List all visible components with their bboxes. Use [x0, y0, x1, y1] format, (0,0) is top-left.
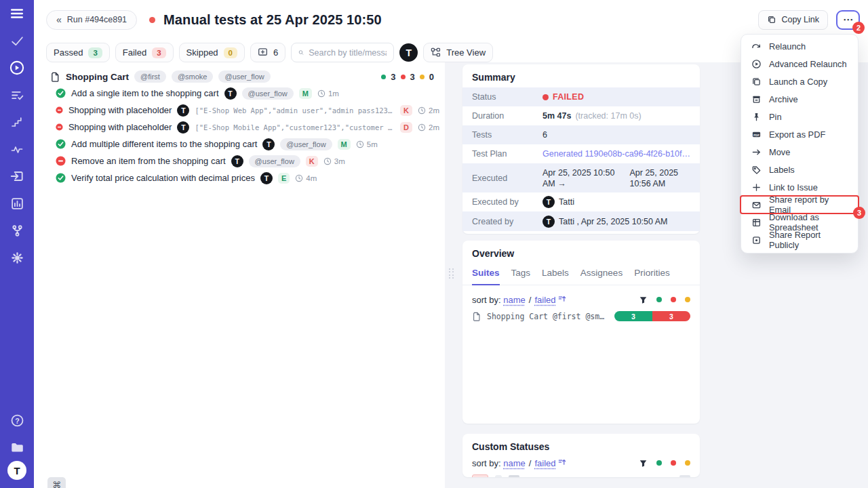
- test-tag[interactable]: @user_flow: [242, 87, 294, 100]
- passed-label: Passed: [54, 47, 83, 58]
- test-row[interactable]: Shopping with placeholder T ["E-Shop Mob…: [50, 119, 439, 136]
- filter-funnel-icon[interactable]: [639, 296, 648, 304]
- menu-item-advanced-relaunch[interactable]: Advanced Relaunch: [741, 55, 858, 73]
- sort-ascending-icon[interactable]: [555, 294, 566, 305]
- passed-filter-dot[interactable]: [656, 460, 662, 466]
- sidebar-item-settings[interactable]: [0, 244, 34, 271]
- command-key-shortcut[interactable]: ⌘: [47, 477, 66, 488]
- sort-by-failed-link[interactable]: failed: [534, 295, 555, 305]
- test-row[interactable]: Verify total price calculation with deci…: [50, 169, 439, 186]
- failed-bar-segment: 3: [652, 311, 690, 321]
- assignee-avatar: T: [260, 172, 273, 184]
- sort-by-name-link[interactable]: name: [503, 458, 526, 468]
- passed-filter-dot[interactable]: [656, 297, 662, 302]
- clock-icon: [418, 123, 426, 131]
- sidebar-item-analytics[interactable]: [0, 190, 34, 217]
- filter-failed-button[interactable]: Failed 3: [115, 43, 174, 62]
- sidebar-item-branches[interactable]: [0, 217, 34, 244]
- sidebar-item-steps[interactable]: [0, 108, 34, 136]
- search-input[interactable]: [309, 48, 387, 58]
- user-avatar: T: [542, 196, 555, 208]
- skipped-filter-dot[interactable]: [685, 460, 690, 466]
- sidebar-item-projects[interactable]: [0, 434, 34, 461]
- menu-item-pin[interactable]: Pin: [741, 108, 858, 125]
- menu-item-share-report-by-email[interactable]: Share report by Email 3: [741, 196, 858, 214]
- sidebar-item-test-plans[interactable]: [0, 81, 34, 108]
- overview-card: Overview Suites Tags Labels Assignees Pr…: [462, 241, 700, 424]
- panel-resize-handle[interactable]: [448, 266, 454, 281]
- menu-item-export-as-pdf[interactable]: PDF Export as PDF: [741, 125, 858, 143]
- app-logo-avatar[interactable]: T: [399, 43, 418, 62]
- filter-skipped-button[interactable]: Skipped 0: [179, 43, 245, 62]
- comments-filter-button[interactable]: 6: [250, 43, 285, 62]
- menu-item-archive[interactable]: Archive: [741, 90, 858, 108]
- steps-icon: [10, 115, 24, 129]
- suite-passed-count: 3: [391, 72, 395, 82]
- status-badge: FAILED: [542, 92, 584, 102]
- summary-row-created-by: Created by TTatti , Apr 25, 2025 10:50 A…: [462, 211, 700, 231]
- sidebar-item-import[interactable]: [0, 163, 34, 190]
- test-list-panel: Shopping Cart @first @smoke @user_flow 3…: [34, 64, 445, 488]
- user-logo-avatar[interactable]: T: [7, 461, 26, 480]
- sidebar-item-runs[interactable]: [0, 54, 34, 81]
- menu-item-relaunch[interactable]: Relaunch: [741, 37, 858, 55]
- play-circle-icon: [751, 59, 762, 69]
- test-title: Shopping with placeholder: [68, 105, 172, 115]
- overview-suite-name: Shopping Cart @first @smoke …: [487, 312, 609, 321]
- sort-by-failed-link[interactable]: failed: [534, 458, 555, 468]
- sort-by-name-link[interactable]: name: [503, 295, 526, 305]
- sidebar-item-pulse[interactable]: [0, 136, 34, 163]
- tab-suites[interactable]: Suites: [472, 268, 500, 285]
- label-badge: M: [299, 88, 312, 99]
- arrow-right-icon: [751, 147, 762, 157]
- suite-header[interactable]: Shopping Cart @first @smoke @user_flow 3…: [50, 68, 439, 85]
- sort-ascending-icon[interactable]: [555, 458, 566, 468]
- menu-item-link-to-issue[interactable]: Link to Issue: [741, 178, 858, 196]
- suite-name[interactable]: Shopping Cart: [66, 72, 129, 82]
- sidebar-item-tests[interactable]: [0, 27, 34, 54]
- test-example-data: ["E-Shop Web App","admin_user","admin_pa…: [195, 106, 395, 115]
- test-plan-link[interactable]: Generated 1190e08b-ca96-4f26-b10f-d6dc…: [542, 149, 690, 159]
- test-duration: 4m: [295, 174, 317, 182]
- import-icon: [9, 169, 24, 184]
- sidebar-item-help[interactable]: ?: [0, 407, 34, 434]
- executed-to: Apr 25, 2025 10:56 AM: [629, 167, 700, 189]
- test-row[interactable]: Add a single item to the shopping cart T…: [50, 85, 439, 102]
- failed-filter-dot[interactable]: [671, 460, 676, 466]
- label-badge: K: [400, 105, 412, 116]
- filter-funnel-icon[interactable]: [639, 459, 648, 468]
- overview-suite-row[interactable]: Shopping Cart @first @smoke … 3 3: [472, 311, 690, 321]
- test-tag[interactable]: @user_flow: [280, 138, 332, 150]
- test-row[interactable]: Shopping with placeholder T ["E-Shop Web…: [50, 102, 439, 119]
- executed-from: Apr 25, 2025 10:50 AM →: [542, 167, 621, 189]
- copy-link-button[interactable]: Copy Link: [758, 10, 828, 30]
- menu-item-labels[interactable]: Labels: [741, 161, 858, 178]
- run-id-label: Run #494ce891: [67, 15, 127, 24]
- suite-tag[interactable]: @first: [134, 70, 166, 83]
- suite-tag[interactable]: @smoke: [172, 70, 214, 83]
- suite-tag[interactable]: @user_flow: [218, 70, 270, 83]
- test-tag[interactable]: @user_flow: [249, 155, 300, 167]
- tree-view-button[interactable]: Tree View: [423, 43, 493, 62]
- tab-labels[interactable]: Labels: [542, 268, 569, 285]
- test-row[interactable]: Add multiple different items to the shop…: [50, 136, 439, 152]
- filter-passed-button[interactable]: Passed 3: [46, 43, 110, 62]
- menu-hamburger-icon[interactable]: [0, 0, 34, 27]
- label-badge: E: [278, 173, 290, 184]
- skipped-filter-dot[interactable]: [685, 297, 690, 302]
- menu-item-move[interactable]: Move: [741, 143, 858, 161]
- back-to-run-button[interactable]: « Run #494ce891: [46, 10, 137, 30]
- menu-item-share-report-publicly[interactable]: Share Report Publicly: [741, 231, 858, 249]
- menu-item-launch-a-copy[interactable]: Launch a Copy: [741, 73, 858, 90]
- failed-filter-dot[interactable]: [671, 297, 676, 302]
- tab-assignees[interactable]: Assignees: [580, 268, 623, 285]
- tab-priorities[interactable]: Priorities: [634, 268, 670, 285]
- suite-result-bar[interactable]: 3 3: [614, 311, 690, 321]
- menu-item-download-as-spreadsheet[interactable]: Download as Spreadsheet: [741, 214, 858, 231]
- test-title: Add multiple different items to the shop…: [71, 139, 257, 149]
- tab-tags[interactable]: Tags: [511, 268, 531, 285]
- copy-icon: [751, 77, 762, 87]
- step-3-badge: 3: [853, 207, 865, 219]
- help-icon: ?: [10, 413, 24, 428]
- test-row[interactable]: Remove an item from the shopping cart T …: [50, 152, 439, 169]
